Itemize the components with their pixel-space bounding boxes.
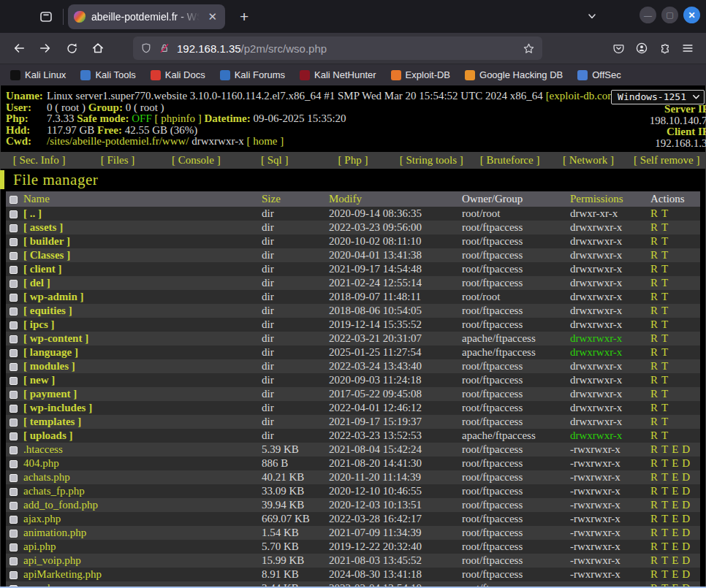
row-checkbox[interactable] bbox=[10, 280, 18, 288]
permissions-link[interactable]: drwxrwxr-x bbox=[570, 235, 622, 247]
url-bar[interactable]: 192.168.1.35/p2m/src/wso.php bbox=[133, 37, 542, 60]
action-r-link[interactable]: R bbox=[650, 527, 658, 538]
directory-link[interactable]: [ templates ] bbox=[23, 416, 81, 427]
file-link[interactable]: api.php bbox=[23, 541, 56, 552]
action-r-link[interactable]: R bbox=[650, 318, 658, 330]
row-checkbox[interactable] bbox=[10, 543, 18, 551]
new-tab-button[interactable]: + bbox=[235, 8, 253, 26]
select-all-cell[interactable] bbox=[6, 191, 23, 207]
action-d-link[interactable]: D bbox=[682, 485, 690, 497]
action-r-link[interactable]: R bbox=[650, 429, 658, 441]
action-r-link[interactable]: R bbox=[650, 416, 658, 427]
directory-link[interactable]: [ modules ] bbox=[23, 360, 75, 372]
pocket-icon[interactable] bbox=[612, 42, 625, 55]
permissions-link[interactable]: drwxrwxr-x bbox=[570, 263, 622, 275]
action-r-link[interactable]: R bbox=[650, 443, 658, 455]
action-t-link[interactable]: T bbox=[661, 318, 668, 330]
permissions-link[interactable]: drwxrwxr-x bbox=[570, 402, 622, 413]
action-t-link[interactable]: T bbox=[661, 249, 668, 261]
menu-hamburger-icon[interactable] bbox=[681, 42, 694, 55]
row-checkbox[interactable] bbox=[10, 308, 18, 316]
home-icon[interactable] bbox=[86, 37, 110, 59]
column-header-size[interactable]: Size bbox=[262, 191, 329, 207]
action-t-link[interactable]: T bbox=[661, 443, 668, 455]
action-r-link[interactable]: R bbox=[650, 263, 658, 275]
permissions-link[interactable]: drwxrwxr-x bbox=[570, 346, 622, 358]
action-t-link[interactable]: T bbox=[661, 416, 668, 427]
action-r-link[interactable]: R bbox=[650, 457, 658, 469]
directory-link[interactable]: [ assets ] bbox=[23, 221, 63, 233]
back-icon[interactable] bbox=[7, 37, 31, 59]
permissions-link[interactable]: -rwxrwxr-x bbox=[570, 541, 620, 552]
row-checkbox[interactable] bbox=[10, 391, 18, 399]
bookmark-item[interactable]: Exploit-DB bbox=[391, 69, 450, 80]
menu-item-secinfo[interactable]: [ Sec. Info ] bbox=[0, 154, 78, 167]
action-t-link[interactable]: T bbox=[661, 541, 668, 552]
action-d-link[interactable]: D bbox=[682, 527, 690, 538]
action-t-link[interactable]: T bbox=[661, 360, 668, 372]
permissions-link[interactable]: drwxr-xr-x bbox=[570, 207, 618, 219]
row-checkbox[interactable] bbox=[10, 432, 18, 440]
action-t-link[interactable]: T bbox=[661, 485, 668, 497]
bookmark-item[interactable]: Kali Tools bbox=[80, 69, 135, 80]
bookmark-item[interactable]: Kali Linux bbox=[10, 69, 66, 80]
action-t-link[interactable]: T bbox=[661, 471, 668, 483]
list-all-tabs-icon[interactable] bbox=[586, 10, 598, 22]
action-r-link[interactable]: R bbox=[650, 221, 658, 233]
tab-close-icon[interactable]: ✕ bbox=[205, 9, 219, 23]
row-checkbox[interactable] bbox=[10, 321, 18, 329]
action-d-link[interactable]: D bbox=[682, 513, 690, 524]
action-t-link[interactable]: T bbox=[661, 235, 668, 247]
permissions-link[interactable]: drwxrwxr-x bbox=[570, 318, 622, 330]
action-t-link[interactable]: T bbox=[661, 513, 668, 524]
action-r-link[interactable]: R bbox=[650, 346, 658, 358]
row-checkbox[interactable] bbox=[10, 474, 18, 482]
column-header-permissions[interactable]: Permissions bbox=[570, 191, 650, 207]
action-r-link[interactable]: R bbox=[650, 291, 658, 302]
action-r-link[interactable]: R bbox=[650, 513, 658, 524]
row-checkbox[interactable] bbox=[10, 335, 18, 343]
file-link[interactable]: .htaccess bbox=[23, 443, 63, 455]
permissions-link[interactable]: -rwxrwxr-x bbox=[570, 527, 620, 538]
permissions-link[interactable]: -rwxrwxr-x bbox=[570, 499, 620, 511]
account-icon[interactable] bbox=[635, 42, 648, 55]
permissions-link[interactable]: drwxrwxr-x bbox=[570, 429, 622, 441]
action-e-link[interactable]: E bbox=[672, 471, 678, 483]
action-t-link[interactable]: T bbox=[661, 457, 668, 469]
column-header-name[interactable]: Name bbox=[23, 191, 262, 207]
directory-link[interactable]: [ new ] bbox=[23, 374, 55, 386]
directory-link[interactable]: [ wp-content ] bbox=[23, 332, 88, 344]
permissions-link[interactable]: -rwxrwxr-x bbox=[570, 568, 620, 580]
directory-link[interactable]: [ wp-includes ] bbox=[23, 402, 92, 413]
permissions-link[interactable]: drwxrwxr-x bbox=[570, 374, 622, 386]
reload-icon[interactable] bbox=[60, 37, 83, 59]
action-r-link[interactable]: R bbox=[650, 499, 658, 511]
permissions-link[interactable]: drwxrwxr-x bbox=[570, 332, 622, 344]
permissions-link[interactable]: -rwxrwxr-x bbox=[570, 485, 620, 497]
action-t-link[interactable]: T bbox=[661, 305, 668, 316]
action-r-link[interactable]: R bbox=[650, 374, 658, 386]
bookmark-item[interactable]: Kali NetHunter bbox=[300, 69, 376, 80]
insecure-lock-icon[interactable] bbox=[159, 42, 170, 54]
bookmark-star-icon[interactable] bbox=[523, 42, 535, 55]
exploit-db-link[interactable]: [exploit-db.com] bbox=[546, 90, 620, 102]
extensions-puzzle-icon[interactable] bbox=[658, 42, 671, 55]
action-r-link[interactable]: R bbox=[650, 235, 658, 247]
forward-icon[interactable] bbox=[34, 37, 57, 59]
row-checkbox[interactable] bbox=[10, 210, 18, 218]
row-checkbox[interactable] bbox=[10, 419, 18, 427]
menu-item-sql[interactable]: [ Sql ] bbox=[235, 154, 314, 167]
action-t-link[interactable]: T bbox=[661, 388, 668, 400]
action-t-link[interactable]: T bbox=[661, 221, 668, 233]
bookmark-item[interactable]: Kali Docs bbox=[151, 69, 205, 80]
phpinfo-link[interactable]: [ phpinfo ] bbox=[155, 112, 202, 124]
permissions-link[interactable]: -rwxrwxr-x bbox=[570, 554, 620, 566]
directory-link[interactable]: [ client ] bbox=[23, 263, 61, 275]
row-checkbox[interactable] bbox=[10, 446, 18, 454]
directory-link[interactable]: [ uploads ] bbox=[23, 429, 73, 441]
action-e-link[interactable]: E bbox=[672, 513, 678, 524]
permissions-link[interactable]: -rwxrwxr-x bbox=[570, 471, 620, 483]
menu-item-console[interactable]: [ Console ] bbox=[157, 154, 235, 167]
directory-link[interactable]: [ ipcs ] bbox=[23, 318, 55, 330]
action-r-link[interactable]: R bbox=[650, 554, 658, 566]
